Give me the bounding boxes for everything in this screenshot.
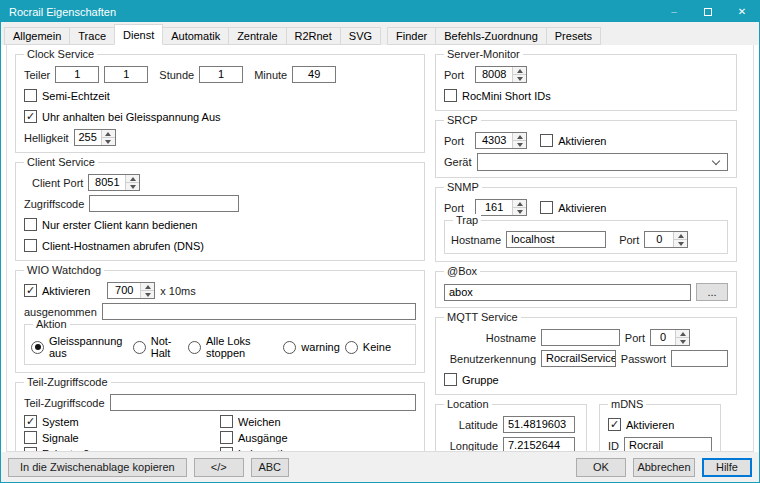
radio-alle-loks-stoppen[interactable]: Alle Loks stoppen [188,335,278,359]
radio-warning[interactable]: warning [283,341,340,354]
checkbox-system[interactable]: ✓ System [24,415,220,428]
checkbox-uhr-anhalten[interactable]: ✓ Uhr anhalten bei Gleisspannung Aus [24,110,221,123]
spin-up-icon[interactable] [513,200,526,208]
mqtt-port-spinner[interactable]: 0 [650,329,690,346]
tab-r2rnet[interactable]: R2Rnet [286,27,341,45]
checkbox-label: Uhr anhalten bei Gleisspannung Aus [42,111,221,123]
checkbox-weichen[interactable]: Weichen [220,415,416,428]
tab-trace[interactable]: Trace [69,27,115,45]
spin-down-icon[interactable] [126,183,139,190]
radio-circle [188,341,201,354]
passwort-input[interactable] [671,350,728,367]
dienst-tab-panel: Clock Service Teiler 1 1 Stunde 1 Minute… [6,45,754,452]
tab-svg[interactable]: SVG [340,27,381,45]
helligkeit-spinner[interactable]: 255 [74,129,116,146]
radio-not-halt[interactable]: Not-Halt [133,335,183,359]
help-button[interactable]: Hilfe [702,458,752,477]
teiler-input-1[interactable]: 1 [55,66,99,83]
titlebar[interactable]: Rocrail Eigenschaften – ✕ [1,1,759,22]
checkbox-label: System [42,416,79,428]
mdns-id-input[interactable]: Rocrail [624,437,712,452]
spin-down-icon[interactable] [676,338,689,345]
tab-dienst[interactable]: Dienst [114,24,163,45]
spin-down-icon[interactable] [513,208,526,215]
geraet-select[interactable] [477,153,728,171]
snmp-port-spinner[interactable]: 161 [475,199,527,216]
checkbox-gruppe[interactable]: Gruppe [444,373,499,386]
latitude-input[interactable]: 51.4819603 [503,416,575,433]
client-port-spinner[interactable]: 8051 [88,174,140,191]
mqtt-hostname-input[interactable] [541,329,620,346]
checkbox-wio-aktivieren[interactable]: ✓ Aktivieren [24,284,90,297]
checkbox-semi-echtzeit[interactable]: Semi-Echtzeit [24,89,110,102]
checkbox-snmp-aktivieren[interactable]: Aktivieren [540,201,606,214]
teiler-input-2[interactable]: 1 [104,66,148,83]
tab-finder[interactable]: Finder [387,27,436,45]
geraet-label: Gerät [444,156,472,168]
location-mdns-row: Location Latitude 51.4819603 Longitude 7… [435,404,737,452]
copy-to-clipboard-button[interactable]: In die Zwischenablage kopieren [8,458,187,477]
spin-up-icon[interactable] [126,175,139,183]
spin-up-icon[interactable] [513,67,526,75]
benutzerkennung-input[interactable]: RocrailService [541,350,616,367]
minimize-button[interactable]: – [657,1,691,22]
checkbox-srcp-aktivieren[interactable]: Aktivieren [540,134,606,147]
zugriffscode-input[interactable] [89,195,239,212]
radio-circle [283,341,296,354]
spin-up-icon[interactable] [513,133,526,141]
monitor-port-spinner[interactable]: 8008 [475,66,527,83]
radio-keine[interactable]: Keine [345,341,391,354]
atbox-browse-button[interactable]: ... [696,283,728,301]
cancel-button[interactable]: Abbrechen [633,458,695,477]
snmp-port-label: Port [444,202,464,214]
checkbox-ausgaenge[interactable]: Ausgänge [220,431,416,444]
checkbox-nur-erster-client[interactable]: Nur erster Client kann bedienen [24,218,197,231]
checkbox-client-hostnamen-dns[interactable]: Client-Hostnamen abrufen (DNS) [24,239,204,252]
checkbox-box [540,201,553,214]
spin-up-icon[interactable] [676,330,689,338]
tab-automatik[interactable]: Automatik [162,27,229,45]
checkbox-label: Signale [42,432,79,444]
stunde-label: Stunde [159,69,194,81]
spin-up-icon[interactable] [674,232,687,240]
tab-zentrale[interactable]: Zentrale [228,27,286,45]
spin-down-icon[interactable] [102,138,115,145]
radio-gleisspannung-aus[interactable]: Gleisspannung aus [31,335,128,359]
mdns-id-label: ID [608,440,619,452]
tab-befehls-zuordnung[interactable]: Befehls-Zuordnung [435,27,547,45]
srcp-port-spinner[interactable]: 4303 [475,132,527,149]
trap-hostname-input[interactable]: localhost [506,231,606,248]
checkbox-mdns-aktivieren[interactable]: ✓ Aktivieren [608,418,674,431]
spin-down-icon[interactable] [141,291,154,298]
spin-up-icon[interactable] [102,130,115,138]
tab-presets[interactable]: Presets [546,27,601,45]
teil-code-input[interactable] [110,394,417,411]
ok-button[interactable]: OK [576,458,626,477]
maximize-button[interactable] [691,1,725,22]
wio-timeout-spinner[interactable]: 700 [107,282,155,299]
checkbox-signale[interactable]: Signale [24,431,220,444]
spin-down-icon[interactable] [513,75,526,82]
ausgenommen-label: ausgenommen [24,306,97,318]
tab-allgemein[interactable]: Allgemein [4,27,70,45]
group-title: Trap [453,214,481,226]
atbox-input[interactable]: abox [444,284,691,301]
checkbox-box [444,89,457,102]
longitude-input[interactable]: 7.2152644 [503,437,575,452]
checkbox-label: Client-Hostnamen abrufen (DNS) [42,240,204,252]
check-icon: ✓ [26,416,35,427]
radio-label: Not-Halt [151,335,183,359]
checkbox-rocmini-short-ids[interactable]: RocMini Short IDs [444,89,551,102]
trap-port-spinner[interactable]: 0 [644,231,688,248]
minute-input[interactable]: 49 [292,66,336,83]
xml-code-button[interactable]: </> [194,458,244,477]
spin-down-icon[interactable] [674,240,687,247]
stunde-input[interactable]: 1 [199,66,243,83]
group-trap: Trap Hostname localhost Port 0 [444,220,728,254]
spin-up-icon[interactable] [141,283,154,291]
checkbox-box [220,415,233,428]
spin-down-icon[interactable] [513,141,526,148]
close-button[interactable]: ✕ [725,1,759,22]
ausgenommen-input[interactable] [102,303,416,320]
abc-button[interactable]: ABC [251,458,289,477]
